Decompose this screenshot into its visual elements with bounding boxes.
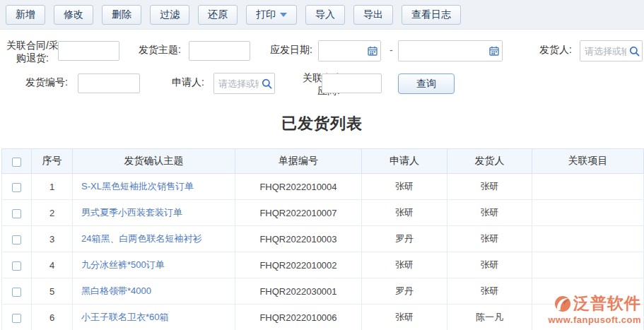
subject-link[interactable]: 九分冰丝裤*500订单: [81, 259, 165, 270]
row-applicant: 张研: [362, 305, 447, 330]
row-no: 3: [32, 226, 73, 252]
row-shipper: 张研: [447, 200, 532, 226]
due-date-end-input[interactable]: [399, 41, 486, 61]
restore-button[interactable]: 还原: [198, 5, 238, 25]
due-date-end-field: [398, 40, 503, 61]
shipped-table: 序号 发货确认主题 单据编号 申请人 发货人 关联项目 1 S-XL黑色短袖批次…: [1, 148, 644, 330]
row-project: [532, 226, 644, 252]
subject-link[interactable]: S-XL黑色短袖批次销售订单: [81, 181, 194, 191]
row-applicant: 罗丹: [362, 278, 447, 305]
row-select-cell: [2, 226, 32, 252]
row-shipper: 张研: [447, 226, 532, 252]
col-header-shipper: 发货人: [447, 149, 532, 174]
row-code: FHQR2022010007: [235, 200, 362, 226]
row-checkbox[interactable]: [12, 261, 21, 271]
related-contract-input[interactable]: [58, 41, 119, 61]
col-header-subject: 发货确认主题: [73, 149, 235, 174]
edit-button[interactable]: 修改: [54, 5, 93, 25]
query-button[interactable]: 查询: [398, 73, 455, 94]
due-date-start-field: [318, 40, 381, 61]
page-title: 已发货列表: [0, 113, 644, 134]
row-subject-cell: 小王子联名卫衣*60箱: [73, 305, 235, 330]
delete-button[interactable]: 删除: [102, 5, 141, 25]
toolbar: 新增 修改 删除 过滤 还原 打印 导入 导出 查看日志: [0, 0, 644, 30]
export-button[interactable]: 导出: [353, 5, 393, 25]
row-project: [532, 278, 644, 305]
subject-link[interactable]: 24箱黑、白两色联名短袖衬衫: [81, 233, 201, 244]
ship-subject-label: 发货主题:: [139, 44, 181, 57]
col-header-code: 单据编号: [235, 149, 362, 174]
row-project: [532, 174, 644, 200]
shipper-field: [580, 40, 643, 61]
row-project: [532, 200, 644, 226]
row-no: 1: [32, 174, 73, 200]
row-select-cell: [2, 200, 32, 226]
table-row: 5 黑白格领带*4000 FHQR2022030001 罗丹 张研: [2, 278, 644, 305]
subject-link[interactable]: 黑白格领带*4000: [81, 285, 151, 296]
applicant-input[interactable]: [214, 73, 259, 93]
row-subject-cell: 男式夏季小西装套装订单: [73, 200, 235, 226]
row-applicant: 张研: [362, 200, 447, 226]
row-select-cell: [2, 305, 32, 330]
due-date-start-input[interactable]: [319, 41, 365, 61]
related-contract-label: 关联合同/采购退货:: [6, 39, 59, 64]
ship-no-input[interactable]: [78, 73, 140, 93]
row-shipper: 张研: [447, 278, 532, 305]
row-code: FHQR2022010003: [235, 226, 362, 252]
shipper-label: 发货人:: [539, 44, 572, 57]
search-icon[interactable]: [259, 73, 274, 93]
filter-button[interactable]: 过滤: [150, 5, 189, 25]
ship-subject-input[interactable]: [189, 41, 250, 61]
chevron-down-icon: [280, 13, 287, 17]
row-checkbox[interactable]: [12, 183, 21, 192]
shipped-list-page: 新增 修改 删除 过滤 还原 打印 导入 导出 查看日志 关联合同/采购退货: …: [0, 0, 644, 330]
row-code: FHQR2022030001: [235, 278, 362, 305]
row-checkbox[interactable]: [12, 209, 21, 218]
row-no: 6: [32, 305, 73, 330]
applicant-field: [213, 73, 275, 94]
row-checkbox[interactable]: [12, 288, 21, 297]
row-select-cell: [2, 278, 32, 305]
calendar-icon[interactable]: [365, 41, 380, 61]
ship-no-label: 发货编号:: [25, 76, 68, 89]
col-header-no: 序号: [32, 149, 73, 174]
related-customer-input[interactable]: [322, 73, 382, 93]
row-checkbox[interactable]: [12, 314, 21, 323]
shipper-input[interactable]: [580, 41, 626, 61]
print-button[interactable]: 打印: [246, 5, 297, 25]
due-date-label: 应发日期:: [270, 44, 312, 57]
table-row: 6 小王子联名卫衣*60箱 FHQR2022010006 张研 陈一凡: [2, 305, 644, 330]
import-button[interactable]: 导入: [305, 5, 345, 25]
row-code: FHQR2022010002: [235, 252, 362, 278]
row-select-cell: [2, 174, 32, 200]
subject-link[interactable]: 男式夏季小西装套装订单: [81, 207, 182, 218]
subject-link[interactable]: 小王子联名卫衣*60箱: [81, 312, 169, 322]
row-code: FHQR2022010006: [235, 305, 362, 330]
table-row: 4 九分冰丝裤*500订单 FHQR2022010002 张研 张研: [2, 252, 644, 278]
row-no: 5: [32, 278, 73, 305]
row-applicant: 张研: [362, 174, 447, 200]
row-shipper: 陈一凡: [447, 305, 532, 330]
select-all-checkbox[interactable]: [12, 158, 21, 167]
row-shipper: 张研: [447, 174, 532, 200]
row-select-cell: [2, 252, 32, 278]
col-header-applicant: 申请人: [362, 149, 447, 174]
row-applicant: 罗丹: [362, 226, 447, 252]
table-row: 2 男式夏季小西装套装订单 FHQR2022010007 张研 张研: [2, 200, 644, 226]
applicant-label: 申请人:: [172, 76, 204, 89]
table-body: 1 S-XL黑色短袖批次销售订单 FHQR2022010004 张研 张研 2 …: [2, 174, 644, 330]
table-row: 3 24箱黑、白两色联名短袖衬衫 FHQR2022010003 罗丹 张研: [2, 226, 644, 252]
add-button[interactable]: 新增: [6, 5, 45, 25]
date-range-separator: -: [390, 45, 393, 56]
row-subject-cell: S-XL黑色短袖批次销售订单: [73, 174, 235, 200]
row-project: [532, 252, 644, 278]
search-icon[interactable]: [626, 41, 642, 61]
calendar-icon[interactable]: [486, 41, 502, 61]
row-checkbox[interactable]: [12, 235, 21, 244]
row-shipper: 张研: [447, 252, 532, 278]
select-all-cell: [2, 149, 32, 174]
row-subject-cell: 九分冰丝裤*500订单: [73, 252, 235, 278]
row-no: 4: [32, 252, 73, 278]
table-row: 1 S-XL黑色短袖批次销售订单 FHQR2022010004 张研 张研: [2, 174, 644, 200]
view-log-button[interactable]: 查看日志: [402, 5, 461, 25]
